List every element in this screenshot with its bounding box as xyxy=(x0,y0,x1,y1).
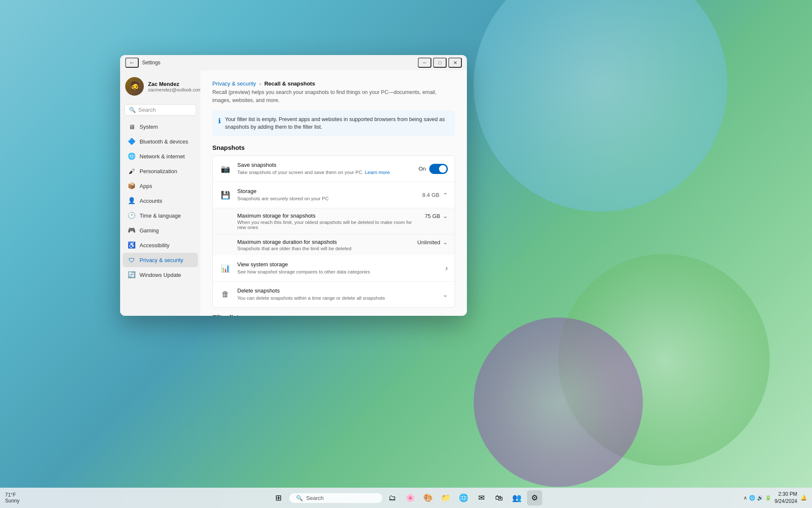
nav-item-gaming[interactable]: 🎮 Gaming xyxy=(123,223,198,237)
minimize-button[interactable]: ─ xyxy=(418,58,431,68)
clock[interactable]: 2:30 PM 9/24/2024 xyxy=(775,491,797,505)
nav-item-windows-update[interactable]: 🔄 Windows Update xyxy=(123,268,198,282)
view-system-storage-row[interactable]: 📊 View system storage See how snapshot s… xyxy=(213,255,455,282)
delete-chevron[interactable] xyxy=(443,291,448,298)
desktop-orb-1 xyxy=(474,0,727,212)
clock-date: 9/24/2024 xyxy=(775,498,797,505)
battery-tray-icon[interactable]: 🔋 xyxy=(765,495,771,501)
max-duration-text: Maximum storage duration for snapshots S… xyxy=(237,239,411,251)
save-snapshots-text: Save snapshots Take snapshots of your sc… xyxy=(237,162,413,176)
user-email: zacmendez@outlook.com xyxy=(148,87,195,92)
storage-text: Storage Snapshots are securely stored on… xyxy=(237,188,417,202)
max-storage-label: Maximum storage for snapshots xyxy=(237,213,419,219)
nav-item-time[interactable]: 🕐 Time & language xyxy=(123,208,198,223)
view-storage-chevron xyxy=(445,264,448,273)
storage-row[interactable]: 💾 Storage Snapshots are securely stored … xyxy=(213,182,455,208)
taskbar-mail[interactable]: ✉ xyxy=(474,490,489,505)
sidebar: 🧔 Zac Mendez zacmendez@outlook.com 🔍 Sea… xyxy=(120,70,200,316)
save-snapshots-desc: Take snapshots of your screen and save t… xyxy=(237,169,413,176)
back-button[interactable]: ← xyxy=(125,58,139,68)
storage-label: Storage xyxy=(237,188,417,194)
weather-condition: Sunny xyxy=(5,498,19,504)
taskbar-search-label: Search xyxy=(306,495,324,501)
system-tray: ∧ 🌐 🔊 🔋 xyxy=(743,495,771,501)
taskbar-settings[interactable]: ⚙ xyxy=(527,490,542,505)
nav-label-privacy: Privacy & security xyxy=(140,257,183,263)
user-profile[interactable]: 🧔 Zac Mendez zacmendez@outlook.com xyxy=(120,74,200,102)
windows-update-icon: 🔄 xyxy=(128,271,135,279)
start-button[interactable]: ⊞ xyxy=(270,489,287,506)
view-storage-text: View system storage See how snapshot sto… xyxy=(237,261,439,275)
view-storage-label: View system storage xyxy=(237,261,439,268)
tray-chevron[interactable]: ∧ xyxy=(743,495,747,501)
taskbar-app-3[interactable]: 📁 xyxy=(438,490,453,505)
nav-label-bluetooth: Bluetooth & devices xyxy=(140,138,188,145)
nav-label-gaming: Gaming xyxy=(140,227,159,234)
taskbar-app-2[interactable]: 🎨 xyxy=(420,490,436,505)
max-duration-row[interactable]: Maximum storage duration for snapshots S… xyxy=(213,234,455,255)
nav-item-network[interactable]: 🌐 Network & internet xyxy=(123,149,198,163)
breadcrumb: Privacy & security › Recall & snapshots xyxy=(212,80,455,87)
max-storage-row[interactable]: Maximum storage for snapshots When you r… xyxy=(213,208,455,234)
save-snapshots-learn-more[interactable]: Learn more xyxy=(365,170,390,175)
clock-time: 2:30 PM xyxy=(775,491,797,498)
network-icon: 🌐 xyxy=(128,152,135,160)
search-icon: 🔍 xyxy=(129,107,136,113)
nav-item-personalization[interactable]: 🖌 Personalization xyxy=(123,164,198,178)
save-snapshots-row[interactable]: 📷 Save snapshots Take snapshots of your … xyxy=(213,156,455,182)
desktop-orb-3 xyxy=(474,318,643,487)
maximize-button[interactable]: □ xyxy=(433,58,447,68)
max-storage-desc: When you reach this limit, your oldest s… xyxy=(237,220,419,230)
taskbar-search-icon: 🔍 xyxy=(296,495,303,501)
save-snapshots-icon: 📷 xyxy=(219,163,231,175)
taskbar-right: ∧ 🌐 🔊 🔋 2:30 PM 9/24/2024 🔔 xyxy=(743,491,807,505)
max-storage-value: 75 GB xyxy=(425,213,440,219)
search-container: 🔍 Search xyxy=(120,102,200,119)
volume-tray-icon[interactable]: 🔊 xyxy=(757,495,763,501)
max-duration-value: Unlimited xyxy=(417,239,440,246)
snapshots-card: 📷 Save snapshots Take snapshots of your … xyxy=(212,155,455,308)
time-icon: 🕐 xyxy=(128,212,135,219)
max-storage-chevron[interactable] xyxy=(443,213,448,219)
taskbar-left: 71°F Sunny xyxy=(5,492,19,504)
nav-item-accounts[interactable]: 👤 Accounts xyxy=(123,193,198,208)
delete-text: Delete snapshots You can delete snapshot… xyxy=(237,287,437,301)
taskbar-teams[interactable]: 👥 xyxy=(509,490,524,505)
taskbar-edge[interactable]: 🌐 xyxy=(456,490,471,505)
sidebar-search[interactable]: 🔍 Search xyxy=(124,104,196,116)
weather-temp: 71°F xyxy=(5,492,16,498)
section-snapshots-title: Snapshots xyxy=(212,144,455,151)
page-subtitle: Recall (preview) helps you search your s… xyxy=(212,88,455,105)
max-duration-chevron[interactable] xyxy=(443,239,448,246)
network-tray-icon[interactable]: 🌐 xyxy=(749,495,755,501)
taskbar-store[interactable]: 🛍 xyxy=(491,490,507,505)
storage-sub-rows: Maximum storage for snapshots When you r… xyxy=(213,208,455,255)
breadcrumb-parent[interactable]: Privacy & security xyxy=(212,80,256,87)
nav-label-accounts: Accounts xyxy=(140,198,162,204)
nav-item-privacy[interactable]: 🛡 Privacy & security xyxy=(123,253,198,267)
taskbar-file-explorer[interactable]: 🗂 xyxy=(385,490,400,505)
notification-icon[interactable]: 🔔 xyxy=(801,495,807,501)
user-name: Zac Mendez xyxy=(148,81,195,87)
bluetooth-icon: 🔷 xyxy=(128,138,135,145)
save-snapshots-toggle[interactable] xyxy=(429,164,448,174)
nav-item-accessibility[interactable]: ♿ Accessibility xyxy=(123,238,198,252)
delete-desc: You can delete snapshots within a time r… xyxy=(237,295,437,301)
delete-snapshots-row[interactable]: 🗑 Delete snapshots You can delete snapsh… xyxy=(213,282,455,307)
view-storage-desc: See how snapshot storage compares to oth… xyxy=(237,268,439,275)
accessibility-icon: ♿ xyxy=(128,241,135,249)
nav-item-bluetooth[interactable]: 🔷 Bluetooth & devices xyxy=(123,134,198,149)
nav-item-system[interactable]: 🖥 System xyxy=(123,119,198,134)
nav-label-accessibility: Accessibility xyxy=(140,242,170,248)
nav-item-apps[interactable]: 📦 Apps xyxy=(123,179,198,193)
nav-label-apps: Apps xyxy=(140,183,152,189)
taskbar-center: ⊞ 🔍 Search 🗂 🌸 🎨 📁 🌐 ✉ 🛍 👥 ⚙ xyxy=(270,489,542,506)
taskbar-search[interactable]: 🔍 Search xyxy=(289,493,382,503)
nav-label-system: System xyxy=(140,124,158,130)
taskbar-app-1[interactable]: 🌸 xyxy=(403,490,418,505)
main-content: Privacy & security › Recall & snapshots … xyxy=(200,70,467,316)
close-button[interactable]: ✕ xyxy=(448,58,462,68)
settings-window: ← Settings ─ □ ✕ 🧔 Zac Mendez zacmendez@… xyxy=(120,55,467,316)
storage-icon: 💾 xyxy=(219,189,231,201)
gaming-icon: 🎮 xyxy=(128,226,135,234)
